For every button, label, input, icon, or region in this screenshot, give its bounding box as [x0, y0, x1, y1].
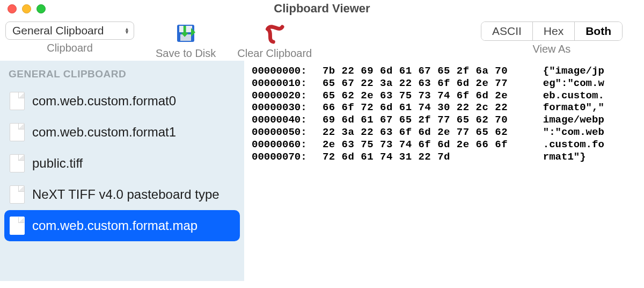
file-icon: [10, 217, 25, 235]
clipboard-label: Clipboard: [47, 42, 93, 54]
hex-bytes: 69 6d 61 67 65 2f 77 65 62 70: [316, 114, 531, 126]
list-item-label: NeXT TIFF v4.0 pasteboard type: [32, 187, 219, 202]
file-icon: [10, 92, 25, 110]
list-item[interactable]: com.web.custom.format.map: [4, 210, 240, 241]
hex-ascii: format0",": [531, 102, 604, 114]
hex-addr: 00000010:: [252, 77, 316, 90]
list-item-label: com.web.custom.format.map: [32, 218, 197, 233]
list-item-label: com.web.custom.format1: [32, 125, 176, 140]
traffic-lights: [0, 4, 46, 13]
hex-bytes: 72 6d 61 74 31 22 7d: [316, 151, 531, 163]
file-icon: [10, 154, 25, 172]
clipboard-select-value: General Clipboard: [12, 24, 104, 37]
hex-bytes: 65 62 2e 63 75 73 74 6f 6d 2e: [316, 90, 531, 102]
hex-bytes: 66 6f 72 6d 61 74 30 22 2c 22: [316, 102, 531, 114]
file-icon: [10, 123, 25, 141]
hexdump-row: 00000040: 69 6d 61 67 65 2f 77 65 62 70 …: [252, 114, 636, 126]
minimize-window-button[interactable]: [22, 4, 31, 13]
main: GENERAL CLIPBOARD com.web.custom.format0…: [0, 61, 644, 281]
close-window-button[interactable]: [8, 4, 17, 13]
file-icon: [10, 185, 25, 204]
list-item-label: com.web.custom.format0: [32, 93, 176, 109]
window-title: Clipboard Viewer: [0, 2, 644, 16]
view-as-group: ASCII Hex Both View As: [481, 21, 623, 55]
hex-addr: 00000040:: [252, 114, 316, 126]
clear-clipboard-icon: [263, 21, 287, 45]
hex-ascii: .custom.fo: [531, 139, 604, 151]
hex-ascii: image/webp: [531, 114, 604, 126]
hexdump-row: 00000050: 22 3a 22 63 6f 6d 2e 77 65 62 …: [252, 126, 636, 139]
hex-bytes: 7b 22 69 6d 61 67 65 2f 6a 70: [316, 65, 531, 77]
list-item[interactable]: NeXT TIFF v4.0 pasteboard type: [0, 179, 244, 210]
seg-hex[interactable]: Hex: [532, 22, 574, 40]
hexdump-view[interactable]: 00000000: 7b 22 69 6d 61 67 65 2f 6a 70 …: [244, 61, 644, 281]
hex-ascii: rmat1"}: [531, 151, 586, 163]
hexdump-row: 00000010: 65 67 22 3a 22 63 6f 6d 2e 77 …: [252, 77, 636, 90]
hex-addr: 00000060:: [252, 139, 316, 151]
list-item[interactable]: com.web.custom.format0: [0, 85, 244, 117]
hexdump-row: 00000020: 65 62 2e 63 75 73 74 6f 6d 2e …: [252, 90, 636, 102]
clear-label: Clear Clipboard: [237, 47, 312, 60]
hex-bytes: 2e 63 75 73 74 6f 6d 2e 66 6f: [316, 139, 531, 151]
hex-addr: 00000050:: [252, 126, 316, 139]
hex-ascii: {"image/jp: [531, 65, 604, 77]
clipboard-select-group: General Clipboard ▲▼ Clipboard: [5, 21, 134, 54]
hex-ascii: ":"com.web: [531, 126, 604, 139]
hexdump-row: 00000000: 7b 22 69 6d 61 67 65 2f 6a 70 …: [252, 65, 636, 77]
sidebar-header: GENERAL CLIPBOARD: [0, 64, 244, 85]
save-group: Save to Disk: [156, 21, 216, 60]
hexdump-row: 00000030: 66 6f 72 6d 61 74 30 22 2c 22 …: [252, 102, 636, 114]
hex-addr: 00000030:: [252, 102, 316, 114]
list-item[interactable]: com.web.custom.format1: [0, 117, 244, 148]
updown-arrows-icon: ▲▼: [125, 27, 129, 34]
sidebar: GENERAL CLIPBOARD com.web.custom.format0…: [0, 61, 244, 281]
list-item[interactable]: public.tiff: [0, 148, 244, 179]
save-to-disk-button[interactable]: [174, 21, 197, 45]
seg-ascii[interactable]: ASCII: [481, 22, 532, 40]
hex-ascii: eg":"com.w: [531, 77, 604, 90]
hex-ascii: eb.custom.: [531, 90, 604, 102]
zoom-window-button[interactable]: [36, 4, 46, 13]
titlebar: Clipboard Viewer: [0, 0, 644, 17]
hexdump-row: 00000060: 2e 63 75 73 74 6f 6d 2e 66 6f …: [252, 139, 636, 151]
hex-bytes: 22 3a 22 63 6f 6d 2e 77 65 62: [316, 126, 531, 139]
hex-addr: 00000070:: [252, 151, 316, 163]
save-to-disk-icon: [174, 21, 197, 45]
save-label: Save to Disk: [156, 47, 216, 60]
hex-bytes: 65 67 22 3a 22 63 6f 6d 2e 77: [316, 77, 531, 90]
hexdump-row: 00000070: 72 6d 61 74 31 22 7d rmat1"}: [252, 151, 636, 163]
view-as-label: View As: [533, 43, 571, 55]
clear-clipboard-button[interactable]: [263, 21, 287, 45]
hex-addr: 00000020:: [252, 90, 316, 102]
toolbar: General Clipboard ▲▼ Clipboard Save to D…: [0, 17, 644, 61]
clipboard-select[interactable]: General Clipboard ▲▼: [5, 21, 134, 40]
clear-group: Clear Clipboard: [237, 21, 312, 60]
seg-both[interactable]: Both: [574, 22, 622, 40]
view-as-segmented: ASCII Hex Both: [481, 21, 623, 41]
hex-addr: 00000000:: [252, 65, 316, 77]
list-item-label: public.tiff: [32, 156, 83, 171]
